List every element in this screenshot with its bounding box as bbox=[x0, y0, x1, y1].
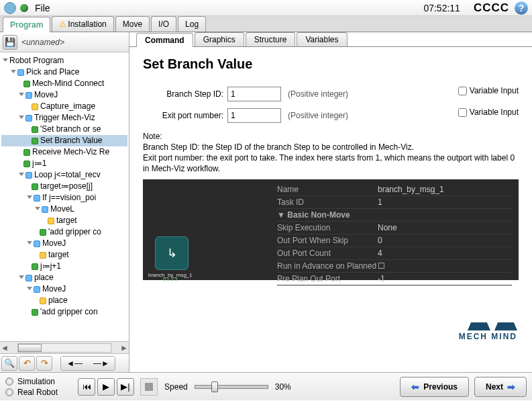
status-text: CCCC bbox=[474, 1, 509, 15]
previous-button[interactable]: ⬅Previous bbox=[400, 377, 469, 397]
note-line2: Exit port number: the exit port to take.… bbox=[143, 152, 519, 174]
next-button[interactable]: Next➡ bbox=[474, 377, 527, 397]
tree-node[interactable]: Trigger Mech-Viz bbox=[1, 112, 127, 124]
stop-button[interactable] bbox=[140, 378, 158, 396]
tree-node[interactable]: 'add gripper con bbox=[1, 306, 127, 318]
search-button[interactable]: 🔍 bbox=[1, 356, 17, 371]
status-dot bbox=[20, 4, 28, 12]
play-button[interactable]: ▶ bbox=[97, 378, 115, 396]
tree-node[interactable]: MoveJ bbox=[1, 89, 127, 101]
clock: 07:52:11 bbox=[423, 3, 460, 13]
file-menu[interactable]: File bbox=[35, 3, 50, 13]
branch-var-label: Variable Input bbox=[470, 86, 519, 95]
tree-node[interactable]: place bbox=[1, 295, 127, 306]
realrobot-radio[interactable] bbox=[5, 388, 13, 396]
tab-io[interactable]: I/O bbox=[151, 16, 176, 32]
warning-icon: ⚠ bbox=[59, 19, 66, 29]
redo-button[interactable]: ↷ bbox=[36, 356, 52, 371]
ur-logo bbox=[4, 2, 16, 14]
tab-move[interactable]: Move bbox=[115, 16, 150, 32]
tree-node[interactable]: If j==vision_poi bbox=[1, 192, 127, 204]
ss-port-dots: 0 1 2 3 bbox=[163, 277, 177, 281]
tree-node[interactable]: j≔j+1 bbox=[1, 261, 127, 272]
main-tabs: Program ⚠Installation Move I/O Log bbox=[0, 16, 532, 32]
speed-label: Speed bbox=[164, 382, 188, 392]
simulation-radio[interactable] bbox=[5, 377, 13, 386]
subtab-variables[interactable]: Variables bbox=[297, 32, 347, 46]
tree-node[interactable]: place bbox=[1, 272, 127, 283]
example-screenshot: branch_by_msg_1 0 1 2 3 Namebranch_by_ms… bbox=[143, 179, 519, 280]
undo-button[interactable]: ↶ bbox=[19, 356, 35, 371]
simulation-label: Simulation bbox=[17, 376, 55, 387]
panel-title: Set Branch Value bbox=[143, 56, 519, 72]
save-icon[interactable] bbox=[3, 35, 17, 50]
branch-var-checkbox[interactable] bbox=[458, 87, 467, 95]
tree-node[interactable]: Capture_image bbox=[1, 101, 127, 112]
tab-installation[interactable]: ⚠Installation bbox=[52, 16, 113, 32]
exit-var-label: Variable Input bbox=[470, 107, 519, 117]
tree-node[interactable]: MoveJ bbox=[1, 238, 127, 249]
ss-node-icon bbox=[155, 236, 189, 270]
exit-port-input[interactable] bbox=[227, 108, 281, 123]
tree-node[interactable]: target bbox=[1, 249, 127, 261]
branch-id-label: Branch Step ID: bbox=[143, 89, 223, 99]
rewind-button[interactable]: ⏮ bbox=[78, 378, 95, 396]
tree-node[interactable]: target bbox=[1, 215, 127, 226]
note-heading: Note: bbox=[143, 131, 519, 142]
speed-value: 30% bbox=[275, 382, 291, 392]
tab-program[interactable]: Program bbox=[3, 17, 50, 32]
subtab-command[interactable]: Command bbox=[136, 33, 193, 47]
tree-node[interactable]: Set Branch Value bbox=[1, 135, 127, 146]
tree-node[interactable]: j≔1 bbox=[1, 158, 127, 169]
speed-slider[interactable] bbox=[195, 385, 268, 389]
help-icon[interactable]: ? bbox=[515, 1, 528, 15]
tree-node[interactable]: Pick and Place bbox=[1, 66, 127, 78]
exit-port-label: Exit port number: bbox=[143, 111, 223, 120]
subtab-graphics[interactable]: Graphics bbox=[195, 32, 244, 46]
tree-node[interactable]: target≔pose[j] bbox=[1, 181, 127, 192]
step-button[interactable]: ▶| bbox=[117, 378, 134, 396]
tree-hscroll[interactable]: ◄► bbox=[0, 341, 129, 353]
filename[interactable]: <unnamed> bbox=[21, 38, 64, 47]
subtab-structure[interactable]: Structure bbox=[246, 32, 296, 46]
exit-var-checkbox[interactable] bbox=[458, 108, 467, 117]
tree-node[interactable]: Loop j<=total_recv bbox=[1, 169, 127, 181]
program-tree[interactable]: Robot ProgramPick and PlaceMech-Mind Con… bbox=[0, 52, 129, 341]
mechmind-logo: MECH MIND bbox=[459, 322, 517, 341]
tree-node[interactable]: MoveL bbox=[1, 204, 127, 215]
tree-node[interactable]: Receive Mech-Viz Re bbox=[1, 146, 127, 158]
tree-node[interactable]: Robot Program bbox=[1, 55, 127, 66]
tree-node[interactable]: MoveJ bbox=[1, 283, 127, 295]
note-line1: Branch Step ID: the Step ID of the branc… bbox=[143, 142, 519, 152]
tree-node[interactable]: 'add gripper co bbox=[1, 226, 127, 238]
tree-node[interactable]: 'Set branch or se bbox=[1, 124, 127, 135]
branch-id-input[interactable] bbox=[227, 87, 281, 101]
realrobot-label: Real Robot bbox=[17, 387, 58, 398]
exit-port-hint: (Positive integer) bbox=[288, 111, 348, 120]
branch-id-hint: (Positive integer) bbox=[288, 89, 348, 99]
tree-node[interactable]: Mech-Mind Connect bbox=[1, 78, 127, 89]
reorder-arrows[interactable]: ◄——► bbox=[60, 356, 115, 371]
tab-log[interactable]: Log bbox=[178, 16, 206, 32]
